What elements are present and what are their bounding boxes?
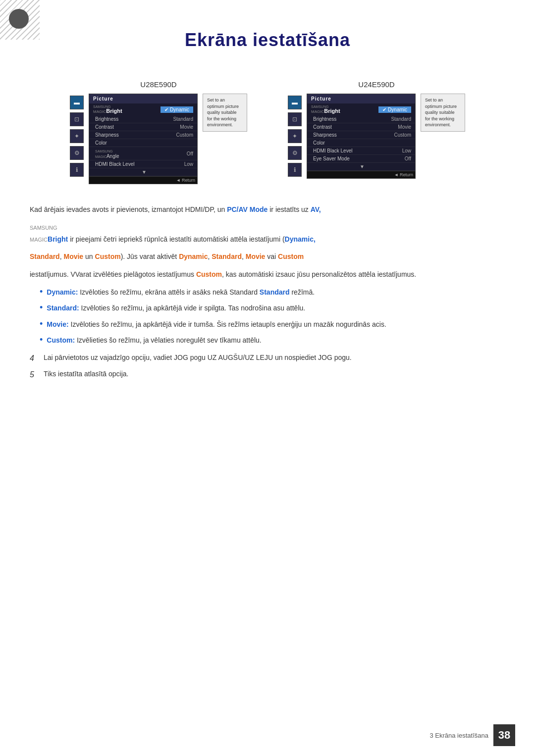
- osd-dynamic-value-1: ✔ Dynamic: [160, 106, 193, 113]
- bullet-custom: • Custom: Izvēlieties šo režīmu, ja vēla…: [40, 335, 505, 346]
- highlight-standard2: Standard: [212, 252, 242, 260]
- text-content: Kad ārējais ievades avots ir pievienots,…: [30, 204, 505, 381]
- osd-row-angle-1: SAMSUNGMAGICAngle Off: [89, 147, 197, 160]
- osd-menu-1: Picture SAMSUNG MAGICBright ✔ Dynamic: [89, 94, 198, 184]
- osd-row-brightness-1: Brightness Standard: [89, 115, 197, 123]
- osd-icon-4-2: ⚙: [288, 146, 302, 160]
- page-title: Ekrāna iestatīšana: [30, 30, 505, 50]
- osd-brand-row-1: SAMSUNG MAGICBright ✔ Dynamic: [89, 103, 197, 115]
- osd-icon-picture-1: ▬: [70, 96, 84, 109]
- osd-row-contrast-1: Contrast Movie: [89, 123, 197, 131]
- footer-page-number: 38: [493, 724, 515, 746]
- monitor-block-1: U28E590D ▬ ⊡ ✦ ⚙ ℹ Picture SAMSUNG: [64, 80, 253, 184]
- bullet-highlight-dynamic: Dynamic:: [47, 288, 78, 296]
- osd-icon-picture-2: ▬: [288, 96, 302, 109]
- highlight-custom: Custom: [95, 252, 121, 260]
- osd-icon-5-2: ℹ: [288, 163, 302, 177]
- step-num-5: 5: [30, 368, 38, 381]
- step-4: 4 Lai pārvietotos uz vajadzīgo opciju, v…: [30, 352, 505, 365]
- monitor-block-2: U24E590D ▬ ⊡ ✦ ⚙ ℹ Picture SAMSUNG: [282, 80, 471, 184]
- osd-tooltip-2: Set to an optimum picture quality suitab…: [421, 94, 465, 132]
- footer: 3 Ekrāna iestatīšana 38: [429, 724, 515, 746]
- osd-icon-3-2: ✦: [288, 129, 302, 143]
- osd-row-sharpness-1: Sharpness Custom: [89, 131, 197, 139]
- osd-sidebar-1: ▬ ⊡ ✦ ⚙ ℹ: [70, 94, 84, 177]
- step-5: 5 Tiks iestatīta atlasītā opcija.: [30, 368, 505, 381]
- highlight-av: AV,: [311, 205, 321, 213]
- bullet-dynamic: • Dynamic: Izvēloties šo režīmu, ekrāna …: [40, 287, 505, 298]
- highlight-dynamic2: Dynamic: [179, 252, 208, 260]
- highlight-custom3: Custom: [196, 270, 222, 278]
- osd-menu-2: Picture SAMSUNG MAGICBright ✔ Dynamic: [307, 94, 416, 179]
- intro-paragraph-2: SAMSUNGMAGICBright ir pieejami četri iep…: [30, 222, 505, 246]
- step-num-4: 4: [30, 352, 38, 365]
- corner-circle: [9, 9, 29, 29]
- monitor-label-2: U24E590D: [358, 80, 394, 89]
- osd-row-contrast-2: Contrast Movie: [307, 123, 415, 131]
- bullet-highlight-movie: Movie:: [47, 320, 68, 328]
- monitor-wrapper-1: ▬ ⊡ ✦ ⚙ ℹ Picture SAMSUNG MAGICBright: [70, 94, 247, 184]
- intro-paragraph-4: iestatījumus. VVarat izvēlēties pielāgot…: [30, 269, 505, 281]
- monitors-section: U28E590D ▬ ⊡ ✦ ⚙ ℹ Picture SAMSUNG: [30, 80, 505, 184]
- bullet-highlight-custom: Custom:: [47, 336, 75, 344]
- highlight-movie2: Movie: [246, 252, 266, 260]
- bullet-movie: • Movie: Izvēloties šo režīmu, ja apkārt…: [40, 319, 505, 330]
- osd-icon-5-1: ℹ: [70, 163, 84, 177]
- osd-row-more-1: ▼: [89, 168, 197, 176]
- highlight-magic-bright: Bright: [48, 235, 68, 243]
- highlight-movie: Movie: [63, 252, 83, 260]
- osd-tooltip-1: Set to an optimum picture quality suitab…: [203, 94, 247, 132]
- osd-header-1: Picture: [89, 94, 197, 103]
- intro-paragraph: Kad ārējais ievades avots ir pievienots,…: [30, 204, 505, 216]
- intro-paragraph-3: Standard, Movie un Custom). Jūs varat ak…: [30, 251, 505, 263]
- osd-return-1: ◄ Return: [89, 176, 197, 184]
- magic-bright-logo-2: SAMSUNG MAGICBright: [311, 105, 340, 114]
- footer-section: 3 Ekrāna iestatīšana: [429, 732, 488, 739]
- bullet-list: • Dynamic: Izvēloties šo režīmu, ekrāna …: [40, 287, 505, 346]
- magic-bright-logo-1: SAMSUNG MAGICBright: [93, 105, 122, 114]
- monitor-label-1: U28E590D: [140, 80, 176, 89]
- osd-row-hdmi-1: HDMI Black Level Low: [89, 160, 197, 168]
- osd-row-more-2: ▼: [307, 163, 415, 171]
- osd-sidebar-2: ▬ ⊡ ✦ ⚙ ℹ: [288, 94, 302, 177]
- osd-row-color-1: Color: [89, 139, 197, 147]
- step-text-5: Tiks iestatīta atlasītā opcija.: [44, 368, 128, 381]
- osd-row-brightness-2: Brightness Standard: [307, 115, 415, 123]
- highlight-custom2: Custom: [278, 252, 304, 260]
- highlight-standard: Standard: [30, 252, 60, 260]
- osd-icon-2-1: ⊡: [70, 112, 84, 126]
- osd-row-eyesaver-2: Eye Saver Mode Off: [307, 155, 415, 163]
- monitor-wrapper-2: ▬ ⊡ ✦ ⚙ ℹ Picture SAMSUNG MAGICBright: [288, 94, 465, 179]
- osd-row-color-2: Color: [307, 139, 415, 147]
- bullet-highlight-standard: Standard:: [47, 304, 79, 312]
- osd-icon-3-1: ✦: [70, 129, 84, 143]
- osd-header-2: Picture: [307, 94, 415, 103]
- step-text-4: Lai pārvietotos uz vajadzīgo opciju, vad…: [44, 352, 352, 365]
- osd-brand-row-2: SAMSUNG MAGICBright ✔ Dynamic: [307, 103, 415, 115]
- osd-icon-2-2: ⊡: [288, 112, 302, 126]
- bullet-highlight-standard-ref: Standard: [260, 288, 290, 296]
- bullet-standard: • Standard: Izvēloties šo režīmu, ja apk…: [40, 302, 505, 313]
- osd-row-hdmi-2: HDMI Black Level Low: [307, 147, 415, 155]
- osd-return-2: ◄ Return: [307, 171, 415, 178]
- highlight-dynamic: Dynamic,: [285, 235, 316, 243]
- osd-icon-4-1: ⚙: [70, 146, 84, 160]
- highlight-pcav: PC/AV Mode: [227, 205, 268, 213]
- osd-dynamic-value-2: ✔ Dynamic: [378, 106, 411, 113]
- osd-row-sharpness-2: Sharpness Custom: [307, 131, 415, 139]
